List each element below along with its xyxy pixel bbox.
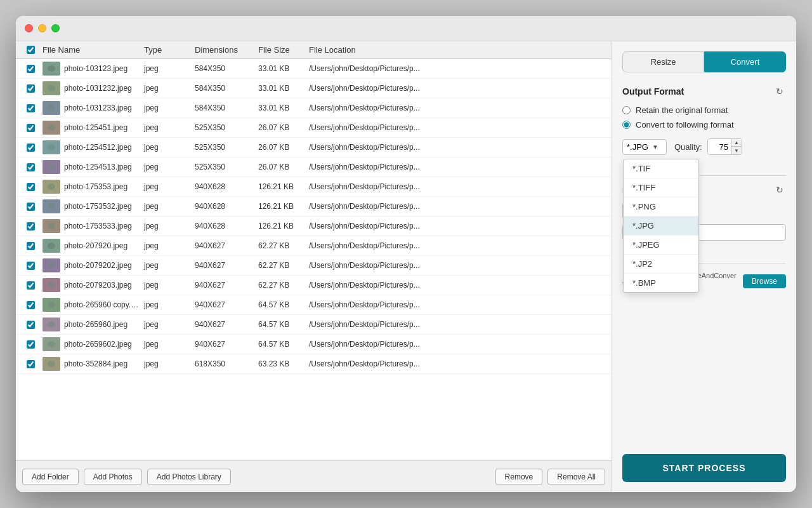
row-location: /Users/john/Desktop/Pictures/p...: [306, 300, 606, 309]
row-filename-text: photo-2079203.jpeg: [64, 281, 132, 290]
row-checkbox-cell[interactable]: [21, 340, 40, 349]
row-location: /Users/john/Desktop/Pictures/p...: [306, 143, 606, 152]
row-dimensions: 584X350: [192, 104, 256, 112]
selected-format-label: *.JPG: [627, 142, 648, 152]
file-thumbnail: [43, 121, 60, 135]
row-checkbox-cell[interactable]: [21, 360, 40, 368]
row-checkbox[interactable]: [27, 222, 35, 231]
convert-to-radio-row[interactable]: Convert to following format: [622, 120, 786, 130]
row-checkbox-cell[interactable]: [21, 124, 40, 132]
remove-button[interactable]: Remove: [495, 469, 543, 485]
format-option[interactable]: *.PNG: [624, 197, 698, 217]
svg-point-11: [48, 164, 55, 170]
close-button[interactable]: [25, 24, 33, 32]
format-radio-group: Retain the original format Convert to fo…: [622, 105, 786, 130]
row-checkbox-cell[interactable]: [21, 144, 40, 152]
row-type: jpeg: [141, 202, 192, 211]
row-checkbox[interactable]: [27, 301, 35, 309]
start-process-button[interactable]: START PROCESS: [622, 454, 786, 482]
add-photos-button[interactable]: Add Photos: [84, 469, 142, 485]
row-size: 126.21 KB: [256, 202, 306, 211]
row-location: /Users/john/Desktop/Pictures/p...: [306, 222, 606, 231]
table-row: photo-1254513.jpeg jpeg 525X350 26.07 KB…: [16, 157, 612, 177]
row-checkbox-cell[interactable]: [21, 104, 40, 112]
quality-increment-button[interactable]: ▲: [731, 139, 742, 147]
row-location: /Users/john/Desktop/Pictures/p...: [306, 64, 606, 73]
tab-resize[interactable]: Resize: [622, 51, 704, 72]
row-dimensions: 525X350: [192, 143, 256, 152]
row-checkbox-cell[interactable]: [21, 321, 40, 329]
format-option[interactable]: *.JPG: [624, 217, 698, 236]
row-checkbox-cell[interactable]: [21, 262, 40, 270]
row-checkbox-cell[interactable]: [21, 65, 40, 73]
row-checkbox-cell[interactable]: [21, 281, 40, 290]
row-dimensions: 940X628: [192, 182, 256, 191]
row-filename: photo-175353.jpeg: [40, 180, 141, 194]
row-filename: photo-1753533.jpeg: [40, 219, 141, 233]
row-filename-text: photo-1031232.jpeg: [64, 84, 132, 93]
row-checkbox-cell[interactable]: [21, 183, 40, 191]
row-size: 63.23 KB: [256, 359, 306, 368]
row-checkbox-cell[interactable]: [21, 84, 40, 93]
format-option[interactable]: *.TIF: [624, 159, 698, 178]
table-row: photo-1753532.jpeg jpeg 940X628 126.21 K…: [16, 197, 612, 217]
row-checkbox-cell[interactable]: [21, 301, 40, 309]
convert-to-radio[interactable]: [622, 121, 631, 129]
format-option[interactable]: *.BMP: [624, 274, 698, 292]
row-checkbox[interactable]: [27, 360, 35, 368]
quality-input[interactable]: [708, 140, 731, 154]
browse-button[interactable]: Browse: [743, 274, 786, 288]
format-select-wrapper[interactable]: *.JPG ▼ *.TIF*.TIFF*.PNG*.JPG*.JPEG*.JP2…: [622, 139, 667, 155]
row-checkbox[interactable]: [27, 104, 35, 112]
table-row: photo-175353.jpeg jpeg 940X628 126.21 KB…: [16, 177, 612, 197]
format-option[interactable]: *.JPEG: [624, 236, 698, 255]
header-checkbox-cell[interactable]: [21, 45, 40, 55]
row-checkbox-cell[interactable]: [21, 242, 40, 250]
quality-decrement-button[interactable]: ▼: [731, 147, 742, 154]
row-location: /Users/john/Desktop/Pictures/p...: [306, 163, 606, 171]
row-location: /Users/john/Desktop/Pictures/p...: [306, 182, 606, 191]
row-checkbox-cell[interactable]: [21, 203, 40, 211]
row-type: jpeg: [141, 222, 192, 231]
add-photos-library-button[interactable]: Add Photos Library: [147, 469, 231, 485]
row-checkbox[interactable]: [27, 84, 35, 93]
row-checkbox[interactable]: [27, 65, 35, 73]
row-checkbox-cell[interactable]: [21, 163, 40, 171]
minimize-button[interactable]: [38, 24, 46, 32]
remove-all-button[interactable]: Remove All: [547, 469, 605, 485]
row-checkbox[interactable]: [27, 163, 35, 171]
row-checkbox-cell[interactable]: [21, 222, 40, 231]
file-thumbnail: [43, 81, 60, 95]
svg-point-5: [48, 105, 55, 111]
row-location: /Users/john/Desktop/Pictures/p...: [306, 84, 606, 93]
row-type: jpeg: [141, 182, 192, 191]
row-filename-text: photo-265960 copy.jpeg: [64, 300, 139, 309]
row-checkbox[interactable]: [27, 203, 35, 211]
row-size: 64.57 KB: [256, 320, 306, 329]
row-checkbox[interactable]: [27, 262, 35, 270]
output-format-refresh-icon[interactable]: ↻: [773, 85, 786, 98]
row-checkbox[interactable]: [27, 281, 35, 290]
retain-format-radio-row[interactable]: Retain the original format: [622, 105, 786, 115]
select-all-checkbox[interactable]: [27, 46, 35, 54]
row-checkbox[interactable]: [27, 144, 35, 152]
format-option[interactable]: *.TIFF: [624, 178, 698, 197]
add-folder-button[interactable]: Add Folder: [22, 469, 79, 485]
rename-refresh-icon[interactable]: ↻: [773, 184, 786, 196]
row-checkbox[interactable]: [27, 321, 35, 329]
svg-point-3: [48, 85, 55, 91]
quality-stepper: ▲ ▼: [731, 139, 742, 154]
file-thumbnail: [43, 298, 60, 312]
row-checkbox[interactable]: [27, 183, 35, 191]
row-location: /Users/john/Desktop/Pictures/p...: [306, 104, 606, 112]
maximize-button[interactable]: [51, 24, 60, 32]
retain-format-radio[interactable]: [622, 106, 631, 114]
row-checkbox[interactable]: [27, 124, 35, 132]
tab-convert[interactable]: Convert: [704, 51, 786, 72]
row-checkbox[interactable]: [27, 242, 35, 250]
row-checkbox[interactable]: [27, 340, 35, 349]
format-option[interactable]: *.JP2: [624, 255, 698, 274]
row-type: jpeg: [141, 300, 192, 309]
row-filename-text: photo-2659602.jpeg: [64, 340, 132, 349]
row-location: /Users/john/Desktop/Pictures/p...: [306, 241, 606, 250]
